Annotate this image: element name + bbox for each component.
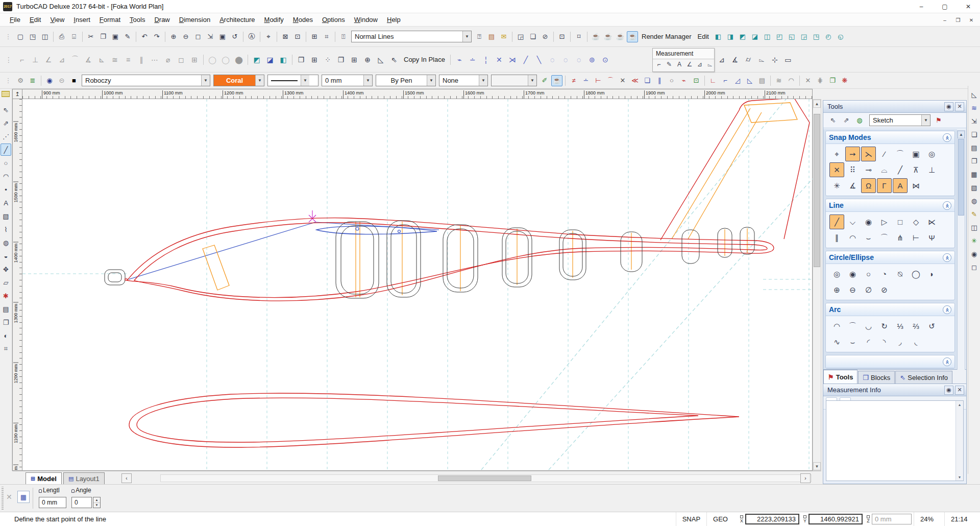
pin-icon[interactable]: ◉ xyxy=(944,102,953,111)
redo-icon[interactable]: ↷ xyxy=(151,31,162,42)
circle-icon[interactable]: ○ xyxy=(1,157,11,169)
new-icon[interactable]: ▢ xyxy=(15,31,26,42)
edit-node-icon[interactable]: ⇗ xyxy=(1,117,11,129)
measure-extra-7-icon[interactable]: ⊹ xyxy=(769,54,781,66)
sketch-flag-icon[interactable]: ⚑ xyxy=(933,114,945,127)
x-coordinate-input[interactable]: 2223,209133 xyxy=(745,514,799,524)
local-snap-middle-icon[interactable]: ∸ xyxy=(467,54,479,66)
arc-concentric-icon[interactable]: ⌒ xyxy=(845,319,860,333)
y-coordinate-input[interactable]: 1460,992921 xyxy=(808,514,863,524)
line-polygon-icon[interactable]: ◉ xyxy=(861,214,876,229)
view-right-icon[interactable]: ◲ xyxy=(798,31,810,42)
circle-tan-2-icon[interactable]: ◗ xyxy=(924,267,939,281)
menu-insert[interactable]: Insert xyxy=(69,13,95,26)
scroll-up-icon[interactable]: ▲ xyxy=(956,401,963,408)
local-snap-circle3-icon[interactable]: ◌ xyxy=(573,54,585,66)
paint-icon[interactable]: ✎ xyxy=(969,208,979,220)
arc-smile-icon[interactable]: ⌣ xyxy=(845,334,860,349)
ruler-origin-icon[interactable]: ↥ xyxy=(12,89,22,99)
view-iso-nw-icon[interactable]: ◪ xyxy=(749,31,761,42)
local-snap-center-icon[interactable]: ⊙ xyxy=(599,54,611,66)
extrude-icon[interactable]: ▱ xyxy=(1,276,11,289)
paste-icon[interactable]: ▣ xyxy=(110,31,121,42)
solid-intersect-icon[interactable]: ◧ xyxy=(277,54,289,66)
ellipse-axes-icon[interactable]: ⊘ xyxy=(877,282,892,297)
view-left-icon[interactable]: ◱ xyxy=(786,31,797,42)
line-bisector-icon[interactable]: ⋔ xyxy=(893,230,908,245)
snap-intersection-icon[interactable]: ✕ xyxy=(829,162,844,177)
snap-mirror-icon[interactable]: ⋈ xyxy=(909,178,923,193)
measure-coordinate-icon[interactable]: ⌐ xyxy=(654,59,664,69)
local-snap-circle2-icon[interactable]: ◌ xyxy=(559,54,572,66)
clipboard-icon[interactable]: ▤ xyxy=(969,141,979,154)
print-icon[interactable]: ⎙ xyxy=(56,31,67,42)
chevron-down-icon[interactable]: ▼ xyxy=(528,75,536,86)
menu-help[interactable]: Help xyxy=(382,13,405,26)
notebook-icon[interactable]: ▤ xyxy=(486,31,497,42)
drag-handle-icon[interactable]: ⋮ xyxy=(3,31,14,42)
pen-style-icon[interactable]: ✐ xyxy=(539,75,550,86)
circle-3-point-icon[interactable]: ◔ xyxy=(877,267,892,281)
lock-icon[interactable]: ⊝ xyxy=(56,75,67,86)
camera-view-icon[interactable]: ⌑ xyxy=(573,31,584,42)
context-help-icon[interactable]: ⍰ xyxy=(474,31,485,42)
point-icon[interactable]: • xyxy=(1,183,11,196)
tab-scroll-right-button[interactable]: › xyxy=(800,473,811,483)
ellipse-rotated-icon[interactable]: ⊖ xyxy=(845,282,860,297)
solid-subtract-icon[interactable]: ◪ xyxy=(264,54,276,66)
empty-combo[interactable]: ▼ xyxy=(491,75,537,86)
menu-modes[interactable]: Modes xyxy=(288,13,317,26)
arc-1-3-2-icon[interactable]: ⅔ xyxy=(909,319,923,333)
dim-congruent-icon[interactable]: ≅ xyxy=(109,54,121,66)
image-icon[interactable]: ▧ xyxy=(969,181,979,194)
snap-ortho-icon[interactable]: Γ xyxy=(877,178,892,193)
length-input[interactable]: 0 mm xyxy=(39,497,66,508)
circle-modify-icon[interactable]: ○ xyxy=(666,75,677,86)
group-header[interactable]: Arc ≪ xyxy=(826,303,954,316)
snap-magnetic-icon[interactable]: Ω xyxy=(861,178,876,193)
collapse-icon[interactable]: ≪ xyxy=(943,305,951,314)
mail-icon[interactable]: ✉ xyxy=(498,31,509,42)
menu-edit[interactable]: Edit xyxy=(25,13,45,26)
dim-arc-icon[interactable]: ⌒ xyxy=(69,54,81,66)
line-single-icon[interactable]: ╱ xyxy=(829,214,844,229)
view-back-icon[interactable]: ◰ xyxy=(774,31,785,42)
local-snap-segment-icon[interactable]: ⌁ xyxy=(453,54,465,66)
drag-handle-icon[interactable]: ⋮ xyxy=(3,75,14,86)
palette-tab-blocks[interactable]: ❒Blocks xyxy=(858,371,895,384)
render-edit-button[interactable]: Edit xyxy=(698,33,709,40)
zoom-level[interactable]: 24% xyxy=(914,512,944,526)
render-active-icon[interactable]: ☕ xyxy=(627,31,638,42)
snap-vertical-icon[interactable]: ⊼ xyxy=(909,162,923,177)
zoom-previous-icon[interactable]: ↺ xyxy=(229,31,240,42)
chamfer-icon[interactable]: ◿ xyxy=(732,75,743,86)
angle-stepper[interactable]: ▲▼ xyxy=(93,497,101,508)
arc-quarter-3-icon[interactable]: ◞ xyxy=(893,334,908,349)
line-irregular-polygon-icon[interactable]: ▷ xyxy=(877,214,892,229)
zoom-in-icon[interactable]: ⊕ xyxy=(168,31,179,42)
chevron-down-icon[interactable]: ▼ xyxy=(427,75,435,86)
asterisk-icon[interactable]: ✳ xyxy=(969,234,979,247)
line-rotated-rectangle-icon[interactable]: ◇ xyxy=(909,214,923,229)
line-multiline-icon[interactable]: ⌵ xyxy=(845,214,860,229)
snap-quadrant-icon[interactable]: ◎ xyxy=(924,147,939,161)
view-iso-ne-icon[interactable]: ◩ xyxy=(737,31,748,42)
canvas-horizontal-scrollbar[interactable] xyxy=(160,474,812,482)
dim-leader-icon[interactable]: ⋯ xyxy=(149,54,161,66)
local-snap-cross-icon[interactable]: ✕ xyxy=(493,54,505,66)
open-icon[interactable]: ◳ xyxy=(27,31,38,42)
close-button[interactable]: ✕ xyxy=(957,0,980,13)
image-fill-icon[interactable]: ▧ xyxy=(1,210,11,222)
transform-icon[interactable]: ⊡ xyxy=(556,31,568,42)
pen-combo[interactable]: By Pen ▼ xyxy=(376,75,436,86)
fillet-arc-icon[interactable]: ⌒ xyxy=(605,75,616,86)
chevron-down-icon[interactable]: ▼ xyxy=(201,75,210,86)
snap-solid-center-icon[interactable]: ▣ xyxy=(909,147,923,161)
local-snap-diag2-icon[interactable]: ╲ xyxy=(533,54,545,66)
drag-handle[interactable] xyxy=(2,487,4,510)
text-icon[interactable]: A xyxy=(1,197,11,209)
tab-model[interactable]: ⊞ Model xyxy=(26,472,62,484)
stack-icon[interactable]: ❐ xyxy=(969,155,979,167)
snap-angle-icon[interactable]: ∡ xyxy=(845,178,860,193)
line-parallel-icon[interactable]: ∥ xyxy=(829,230,844,245)
